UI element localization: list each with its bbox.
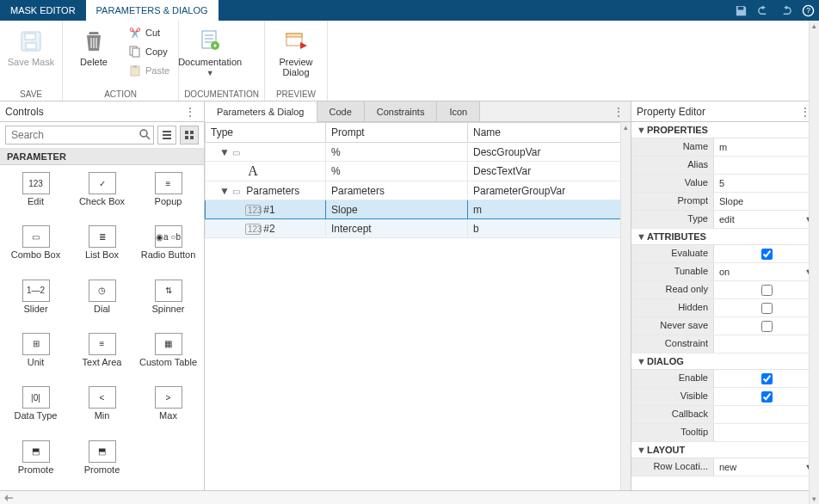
view-grid-button[interactable] (180, 126, 199, 144)
svg-rect-25 (185, 131, 188, 134)
copy-button[interactable]: Copy (125, 43, 173, 60)
property-scroll-gutter[interactable]: ▴ ▾ (809, 101, 819, 490)
preview-dialog-button[interactable]: Preview Dialog (270, 24, 322, 81)
scroll-up-icon[interactable]: ▴ (621, 122, 631, 132)
table-row[interactable]: ▼▭ % DescGroupVar (206, 143, 631, 162)
prop-value-text[interactable]: edit (719, 214, 735, 224)
control-edit[interactable]: 123Edit (3, 170, 68, 217)
tab-constraints[interactable]: Constraints (365, 101, 438, 121)
preview-icon (282, 28, 310, 55)
control-max[interactable]: >Max (136, 384, 200, 431)
tab-params-dialog[interactable]: Parameters & Dialog (205, 101, 317, 122)
tab-mask-editor[interactable]: MASK EDITOR (0, 0, 86, 21)
section-twisty-icon[interactable]: ▼ (637, 445, 647, 455)
undo-icon[interactable] (752, 0, 774, 21)
prop-label: Prompt (631, 193, 714, 210)
table-row[interactable]: 123 #1 Slope m (206, 200, 631, 219)
prop-value-text[interactable]: new (719, 462, 736, 472)
table-row[interactable]: 123 #2 Intercept b (206, 219, 631, 238)
table-row[interactable]: A % DescTextVar (206, 162, 631, 181)
prop-label: Callback (631, 406, 714, 423)
row-prompt[interactable]: Parameters (326, 181, 468, 200)
control-text-area[interactable]: ≡Text Area (70, 331, 134, 378)
control-min[interactable]: <Min (70, 384, 134, 431)
cut-button[interactable]: ✂️ Cut (125, 24, 173, 41)
row-name[interactable]: ParameterGroupVar (468, 181, 631, 200)
row-name[interactable]: b (468, 219, 631, 238)
controls-header: Controls ⋮ (0, 101, 204, 122)
row-name[interactable]: m (468, 200, 631, 219)
controls-search-input[interactable] (5, 126, 154, 144)
prop-checkbox[interactable] (761, 391, 773, 403)
prop-section-dialog[interactable]: ▼DIALOG (631, 353, 819, 370)
tab-code[interactable]: Code (317, 101, 365, 121)
svg-rect-28 (190, 136, 194, 139)
help-icon[interactable]: ? (797, 0, 819, 21)
row-prompt[interactable]: % (326, 162, 468, 181)
control-promote[interactable]: ⬒Promote (70, 439, 134, 485)
control-popup[interactable]: ≡Popup (136, 170, 200, 217)
control-glyph: ⬒ (89, 440, 116, 463)
row-prompt[interactable]: Slope (326, 200, 468, 219)
tree-twisty-icon[interactable]: ▼ (219, 146, 228, 158)
nav-back-icon[interactable] (3, 494, 14, 502)
control-label: Text Area (83, 357, 122, 367)
control-data-type[interactable]: |0|Data Type (3, 384, 68, 431)
row-name[interactable]: DescTextVar (468, 162, 631, 181)
control-spinner[interactable]: ⇅Spinner (136, 278, 200, 324)
prop-checkbox[interactable] (761, 285, 773, 296)
section-twisty-icon[interactable]: ▼ (637, 125, 647, 135)
table-row[interactable]: ▼▭ Parameters Parameters ParameterGroupV… (206, 181, 631, 200)
tab-icon[interactable]: Icon (437, 101, 480, 121)
control-promote[interactable]: ⬒Promote (3, 439, 68, 485)
clipboard-icon (128, 64, 142, 77)
save-mask-icon (17, 28, 45, 55)
col-name[interactable]: Name (468, 123, 631, 143)
prop-checkbox[interactable] (761, 321, 773, 332)
prop-value-text[interactable]: m (719, 142, 727, 152)
control-list-box[interactable]: ≣List Box (70, 224, 134, 270)
row-name[interactable]: DescGroupVar (468, 143, 631, 162)
control-glyph: ≡ (155, 172, 182, 194)
section-twisty-icon[interactable]: ▼ (637, 356, 647, 366)
row-prompt[interactable]: Intercept (326, 219, 468, 238)
delete-button[interactable]: Delete (68, 24, 120, 71)
prop-value-text[interactable]: 5 (719, 178, 724, 188)
prop-section-properties[interactable]: ▼PROPERTIES (631, 122, 819, 138)
control-glyph: ▭ (22, 225, 50, 248)
control-check-box[interactable]: ✓Check Box (70, 170, 134, 217)
prop-section-attributes[interactable]: ▼ATTRIBUTES (631, 229, 819, 245)
controls-menu-icon[interactable]: ⋮ (182, 106, 199, 118)
controls-section-parameter: PARAMETER (0, 149, 204, 165)
prop-checkbox[interactable] (761, 373, 773, 384)
svg-rect-11 (133, 65, 137, 68)
control-label: Promote (84, 464, 120, 475)
prop-section-layout[interactable]: ▼LAYOUT (631, 442, 819, 458)
row-prompt[interactable]: % (326, 143, 468, 162)
prop-row-hidden: Hidden (631, 299, 819, 317)
prop-value-text[interactable]: Slope (719, 196, 743, 206)
search-icon[interactable] (139, 128, 151, 140)
center-scroll-gutter[interactable]: ▴ (620, 122, 631, 490)
control-unit[interactable]: ⊞Unit (3, 331, 68, 378)
control-radio-button[interactable]: ◉a ○bRadio Button (136, 224, 200, 270)
prop-checkbox[interactable] (761, 249, 773, 260)
control-slider[interactable]: 1—2Slider (3, 278, 68, 324)
control-dial[interactable]: ◷Dial (70, 278, 134, 324)
prop-checkbox[interactable] (761, 303, 773, 314)
paste-button[interactable]: Paste (125, 62, 173, 79)
center-menu-icon[interactable]: ⋮ (607, 101, 631, 121)
view-list-button[interactable] (157, 126, 176, 144)
tab-parameters-dialog[interactable]: PARAMETERS & DIALOG (86, 0, 219, 21)
save-icon[interactable] (730, 0, 752, 21)
redo-icon[interactable] (774, 0, 797, 21)
control-custom-table[interactable]: ▦Custom Table (136, 331, 200, 378)
tree-twisty-icon[interactable]: ▼ (219, 185, 228, 197)
col-type[interactable]: Type (206, 123, 326, 143)
documentation-button[interactable]: Documentation▼ (184, 24, 236, 82)
control-combo-box[interactable]: ▭Combo Box (3, 224, 68, 270)
prop-value-text[interactable]: on (719, 267, 730, 277)
col-prompt[interactable]: Prompt (326, 123, 468, 143)
section-twisty-icon[interactable]: ▼ (637, 231, 647, 242)
svg-rect-9 (132, 48, 139, 57)
